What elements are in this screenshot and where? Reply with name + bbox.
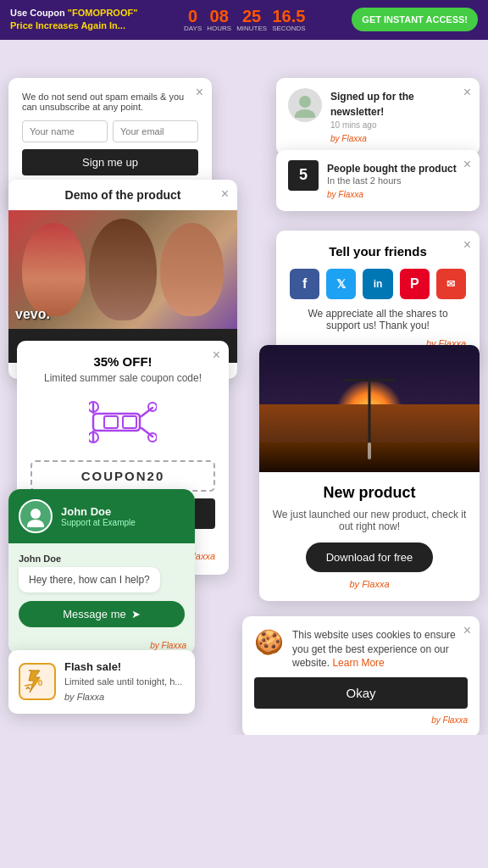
twitter-icon[interactable]: 𝕏 bbox=[326, 269, 356, 299]
tell-friends-popup: × Tell your friends f 𝕏 in P ✉ We apprec… bbox=[276, 231, 480, 362]
demo-close-button[interactable]: × bbox=[221, 186, 229, 202]
new-product-popup: × New product We just launched our new p… bbox=[259, 345, 480, 601]
chat-body: John Doe Hey there, how can I help? Mess… bbox=[8, 543, 195, 637]
bought-count-badge: 5 bbox=[288, 160, 319, 191]
newsletter-name-input[interactable] bbox=[22, 120, 108, 142]
promo-text: Use Coupon "FOMOPROOF" Price Increases A… bbox=[10, 7, 137, 33]
new-product-by: by Flaxxa bbox=[271, 579, 468, 589]
signed-up-notification: × Signed up for the newsletter! 10 mins … bbox=[276, 78, 480, 155]
demo-face-3 bbox=[160, 223, 224, 316]
friends-close-button[interactable]: × bbox=[463, 237, 471, 253]
new-product-title: New product bbox=[271, 484, 468, 502]
coupon-close-button[interactable]: × bbox=[213, 348, 220, 363]
coupon-subtitle: Limited summer sale coupon code! bbox=[30, 372, 215, 384]
friends-appreciation: We appreciate all the shares to support … bbox=[290, 308, 466, 331]
social-icons: f 𝕏 in P ✉ bbox=[290, 269, 466, 299]
svg-rect-4 bbox=[123, 416, 136, 428]
notification-close-button[interactable]: × bbox=[463, 85, 471, 100]
download-button[interactable]: Download for free bbox=[306, 542, 434, 572]
newsletter-text: We do not send out spam emails & you can… bbox=[22, 92, 198, 112]
newsletter-close-button[interactable]: × bbox=[196, 85, 203, 100]
avatar bbox=[288, 88, 322, 122]
cookie-header: 🍪 This website uses cookies to ensure yo… bbox=[254, 628, 468, 670]
linkedin-icon[interactable]: in bbox=[363, 269, 392, 299]
bought-text: People bought the product In the last 2 … bbox=[327, 160, 457, 201]
cookie-text: This website uses cookies to ensure you … bbox=[292, 628, 468, 670]
chat-popup: John Doe Support at Example John Doe Hey… bbox=[8, 489, 195, 655]
cta-button[interactable]: GET INSTANT ACCESS! bbox=[352, 8, 478, 31]
svg-rect-3 bbox=[104, 416, 118, 428]
demo-face-1 bbox=[22, 223, 86, 316]
cookie-icon: 🍪 bbox=[254, 628, 284, 656]
countdown-days: 0 DAYS bbox=[184, 8, 202, 32]
product-image bbox=[259, 345, 480, 472]
bought-close-button[interactable]: × bbox=[463, 157, 471, 172]
demo-image: vevo. bbox=[8, 210, 237, 329]
newsletter-signup-button[interactable]: Sign me up bbox=[22, 149, 198, 175]
new-product-description: We just launched our new product, check … bbox=[271, 509, 468, 532]
newsletter-input-row bbox=[22, 120, 198, 142]
cookie-banner: × 🍪 This website uses cookies to ensure … bbox=[242, 616, 480, 735]
coupon-scissors-icon bbox=[30, 392, 215, 452]
cookie-by: by Flaxxa bbox=[254, 715, 468, 725]
learn-more-link[interactable]: Learn More bbox=[332, 657, 384, 669]
svg-point-14 bbox=[27, 520, 44, 527]
pinterest-icon[interactable]: P bbox=[400, 269, 430, 299]
demo-face-2 bbox=[89, 219, 157, 320]
chat-message-bubble: Hey there, how can I help? bbox=[19, 567, 160, 593]
svg-line-5 bbox=[141, 408, 152, 416]
facebook-icon[interactable]: f bbox=[290, 269, 319, 299]
top-bar: Use Coupon "FOMOPROOF" Price Increases A… bbox=[0, 0, 488, 40]
countdown-seconds: 16.5 SECONDS bbox=[272, 8, 306, 32]
promo-code: "FOMOPROOF" bbox=[68, 8, 138, 18]
people-bought-popup: × 5 People bought the product In the las… bbox=[276, 150, 480, 211]
flash-sale-popup: % Flash sale! Limited sale until tonight… bbox=[8, 650, 195, 714]
arrow-icon: ➤ bbox=[131, 608, 141, 620]
svg-point-13 bbox=[30, 509, 41, 519]
chat-header: John Doe Support at Example bbox=[8, 489, 195, 543]
coupon-title: 35% OFF! bbox=[30, 354, 215, 369]
svg-point-1 bbox=[295, 109, 315, 118]
chat-avatar bbox=[19, 499, 53, 533]
notification-text: Signed up for the newsletter! 10 mins ag… bbox=[330, 88, 468, 145]
countdown: 0 DAYS 08 HOURS 25 MINUTES 16.5 SECONDS bbox=[184, 8, 306, 32]
cookie-close-button[interactable]: × bbox=[463, 623, 471, 638]
email-share-icon[interactable]: ✉ bbox=[436, 269, 466, 299]
countdown-hours: 08 HOURS bbox=[207, 8, 231, 32]
okay-button[interactable]: Okay bbox=[254, 677, 468, 709]
coupon-code: COUPON20 bbox=[30, 460, 215, 492]
vevo-logo: vevo. bbox=[15, 307, 50, 322]
chat-info: John Doe Support at Example bbox=[61, 505, 136, 527]
new-product-content: New product We just launched our new pro… bbox=[259, 472, 480, 601]
demo-title: Demo of the product bbox=[8, 180, 237, 210]
flash-text: Flash sale! Limited sale until tonight, … bbox=[64, 660, 182, 704]
message-me-button[interactable]: Message me ➤ bbox=[19, 601, 185, 627]
svg-line-6 bbox=[141, 428, 152, 437]
svg-point-0 bbox=[299, 96, 311, 108]
newsletter-email-input[interactable] bbox=[113, 120, 198, 142]
countdown-minutes: 25 MINUTES bbox=[236, 8, 267, 32]
friends-title: Tell your friends bbox=[290, 244, 466, 259]
flash-sale-icon: % bbox=[19, 663, 56, 700]
